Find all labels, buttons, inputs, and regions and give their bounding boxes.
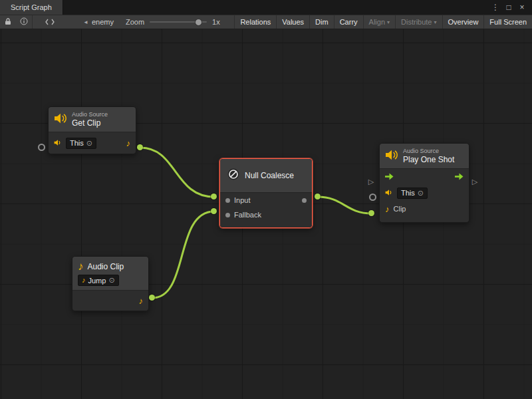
null-coalesce-icon — [227, 168, 240, 184]
port-label: Clip — [394, 205, 406, 213]
node-audio-clip-header: ♪ Audio Clip ♪ Jump ⊙ — [72, 257, 148, 291]
node-play-one-shot-header: Audio Source Play One Shot — [380, 144, 469, 169]
relations-button[interactable]: Relations — [234, 15, 276, 29]
node-play-one-shot[interactable]: Audio Source Play One Shot This ⊙ — [379, 143, 469, 223]
getclip-this-input-port[interactable] — [38, 144, 45, 151]
script-graph-window: Script Graph ⋮ □ × ◄ enemy — [0, 0, 532, 399]
code-view-button[interactable] — [42, 15, 58, 29]
output-port[interactable] — [302, 198, 307, 203]
fullscreen-button[interactable]: Full Screen — [483, 15, 532, 29]
info-icon — [20, 17, 28, 27]
node-null-coalesce-header: Null Coalesce — [220, 159, 312, 193]
flow-in-port[interactable]: ▷ — [367, 177, 375, 186]
graph-toolbar: ◄ enemy Zoom 1x Relations Values Dim Car… — [0, 15, 532, 29]
nullcoalesce-input-endpoint[interactable] — [211, 194, 217, 200]
node-null-coalesce[interactable]: Null Coalesce Input Fallback — [219, 158, 313, 228]
audio-clip-value-field[interactable]: ♪ Jump ⊙ — [78, 275, 119, 286]
nullcoalesce-output-endpoint[interactable] — [315, 194, 321, 200]
zoom-slider-handle[interactable] — [195, 19, 202, 26]
audio-source-icon — [54, 112, 67, 127]
node-category: Audio Source — [72, 111, 108, 118]
tab-script-graph[interactable]: Script Graph — [0, 0, 63, 15]
audio-clip-icon: ♪ — [78, 261, 84, 272]
lock-icon — [5, 17, 11, 27]
carry-button[interactable]: Carry — [334, 15, 363, 29]
tab-title: Script Graph — [11, 3, 52, 11]
input-port[interactable] — [225, 198, 230, 203]
audio-clip-icon: ♪ — [385, 205, 390, 213]
distribute-button[interactable]: Distribute▾ — [395, 15, 442, 29]
this-target-field[interactable]: This ⊙ — [66, 138, 96, 149]
overview-button[interactable]: Overview — [442, 15, 484, 29]
audio-clip-icon: ♪ — [139, 297, 144, 305]
breadcrumb-label: enemy — [92, 18, 114, 26]
object-picker-icon: ⊙ — [86, 140, 92, 147]
object-picker-icon: ⊙ — [108, 277, 114, 284]
breadcrumb[interactable]: ◄ enemy — [78, 15, 119, 29]
audioclip-output-port[interactable] — [149, 295, 155, 301]
zoom-value: 1x — [212, 18, 220, 26]
audio-clip-icon: ♪ — [82, 277, 86, 284]
tab-bar: Script Graph ⋮ □ × — [0, 0, 532, 15]
nullcoalesce-fallback-endpoint[interactable] — [211, 208, 217, 214]
fallback-port[interactable] — [225, 213, 230, 217]
code-icon — [45, 17, 55, 27]
info-button[interactable] — [16, 15, 32, 29]
node-get-clip-header: Audio Source Get Clip — [49, 107, 136, 132]
align-button[interactable]: Align▾ — [363, 15, 395, 29]
chevron-down-icon: ▾ — [387, 19, 390, 25]
audio-source-icon — [385, 187, 393, 199]
chevron-down-icon: ▾ — [434, 19, 437, 25]
audio-source-icon — [385, 149, 398, 164]
node-title: Null Coalesce — [245, 171, 294, 180]
node-title: Audio Clip — [88, 262, 124, 271]
dim-button[interactable]: Dim — [309, 15, 334, 29]
playoneshot-this-input-port[interactable] — [369, 194, 376, 201]
node-category: Audio Source — [403, 148, 454, 155]
lock-button[interactable] — [0, 15, 16, 29]
menu-icon[interactable]: ⋮ — [489, 1, 501, 13]
breadcrumb-arrow-icon: ◄ — [83, 19, 88, 25]
getclip-output-port[interactable] — [137, 144, 143, 150]
port-label: Input — [234, 196, 250, 204]
audio-clip-icon: ♪ — [126, 139, 131, 148]
audio-source-icon — [54, 137, 62, 149]
flow-out-arrow-icon[interactable] — [455, 171, 464, 183]
close-icon[interactable]: × — [516, 1, 528, 13]
window-controls: ⋮ □ × — [489, 0, 532, 15]
flow-out-port[interactable]: ▷ — [471, 177, 479, 186]
node-title: Get Clip — [72, 118, 108, 128]
toolbar-separator — [32, 15, 33, 29]
values-button[interactable]: Values — [276, 15, 309, 29]
toolbar-buttons: Relations Values Dim Carry Align▾ Distri… — [234, 15, 532, 29]
port-label: Fallback — [234, 211, 261, 219]
zoom-label: Zoom — [126, 18, 144, 26]
object-picker-icon: ⊙ — [418, 190, 424, 197]
node-get-clip[interactable]: Audio Source Get Clip This ⊙ ♪ — [48, 106, 136, 154]
maximize-icon[interactable]: □ — [503, 1, 515, 13]
flow-in-arrow-icon[interactable] — [385, 171, 394, 183]
node-title: Play One Shot — [403, 155, 454, 164]
this-target-field[interactable]: This ⊙ — [397, 188, 428, 199]
playoneshot-clip-endpoint[interactable] — [368, 210, 374, 216]
zoom-slider[interactable] — [150, 15, 207, 29]
node-audio-clip[interactable]: ♪ Audio Clip ♪ Jump ⊙ ♪ — [72, 256, 149, 311]
